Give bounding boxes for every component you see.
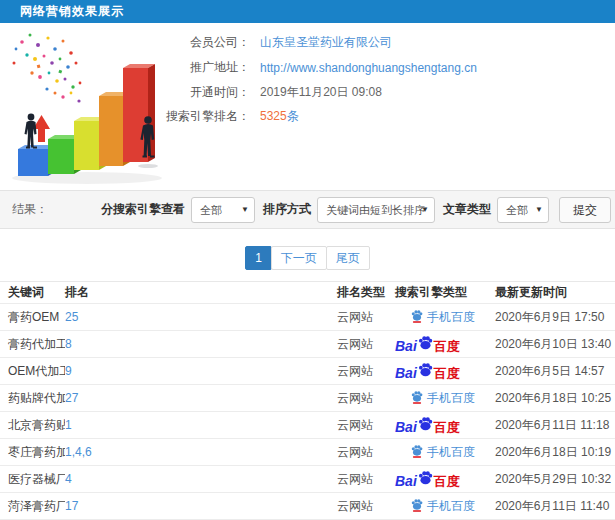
engine-cell: 手机百度 [395, 309, 495, 326]
mobile-baidu-badge[interactable]: 手机百度 [411, 444, 475, 461]
open-time-label: 开通时间： [158, 84, 250, 101]
ranking-count-value[interactable]: 5325条 [260, 108, 299, 125]
updated-cell: 2020年6月9日 17:50 [495, 309, 615, 326]
company-link[interactable]: 山东皇圣堂药业有限公司 [260, 34, 392, 51]
ranking-count-number: 5325 [260, 109, 287, 123]
keyword-cell: 菏泽膏药厂家 [0, 498, 65, 515]
info-row-ranking-count: 搜索引擎排名： 5325条 [158, 108, 598, 125]
businessman-left [24, 114, 37, 149]
ranking-count-label: 搜索引擎排名： [158, 108, 250, 125]
keyword-cell: OEM代加工 [0, 363, 65, 380]
chevron-down-icon: ▼ [535, 198, 543, 222]
confetti [13, 34, 82, 103]
table-row: 菏泽膏药厂家 17 云网站 手机百度 2020年6月11日 11:40 [0, 493, 615, 520]
keyword-cell: 膏药代加工 [0, 336, 65, 353]
engine-cell: Bai百度 [395, 362, 495, 380]
baidu-logo[interactable]: Bai百度 [395, 470, 460, 488]
updated-cell: 2020年5月29日 10:32 [495, 471, 615, 488]
updated-cell: 2020年6月11日 11:18 [495, 417, 615, 434]
rank-link[interactable]: 25 [65, 310, 78, 324]
growth-chart-illustration [2, 28, 167, 188]
engine-cell: 手机百度 [395, 498, 495, 515]
submit-button[interactable]: 提交 [559, 197, 611, 223]
col-header-updated: 最新更新时间 [495, 284, 615, 301]
rank-link[interactable]: 8 [65, 337, 72, 351]
mobile-baidu-paw-icon [411, 309, 423, 326]
page-title: 网络营销效果展示 [0, 0, 615, 23]
rank-link[interactable]: 1 [65, 418, 72, 432]
baidu-logo[interactable]: Bai百度 [395, 362, 460, 380]
baidu-paw-icon [417, 416, 433, 434]
col-header-keyword: 关键词 [0, 284, 65, 301]
keyword-cell: 枣庄膏药加工 [0, 444, 65, 461]
last-page-button[interactable]: 尾页 [326, 246, 370, 270]
table-row: OEM代加工 9 云网站 Bai百度 2020年6月5日 14:57 [0, 358, 615, 385]
keyword-cell: 药贴牌代加工 [0, 390, 65, 407]
baidu-paw-icon [417, 362, 433, 380]
table-row: 枣庄膏药加工 1,4,6 云网站 手机百度 2020年6月18日 10:19 [0, 439, 615, 466]
next-page-button[interactable]: 下一页 [271, 246, 327, 270]
mobile-baidu-badge[interactable]: 手机百度 [411, 309, 475, 326]
page-button-current[interactable]: 1 [245, 246, 272, 270]
updated-cell: 2020年6月10日 13:40 [495, 336, 615, 353]
keyword-cell: 北京膏药贴牌 [0, 417, 65, 434]
keyword-cell: 医疗器械厂家 [0, 471, 65, 488]
rank-type-cell: 云网站 [337, 498, 395, 515]
table-header-row: 关键词 排名 排名类型 搜索引擎类型 最新更新时间 [0, 282, 615, 304]
chevron-down-icon: ▼ [421, 198, 429, 222]
engine-cell: Bai百度 [395, 416, 495, 434]
info-row-url: 推广地址： http://www.shandonghuangshengtang.… [158, 59, 598, 76]
engine-filter-select[interactable]: 全部 ▼ [191, 197, 255, 223]
result-label: 结果： [12, 201, 48, 218]
sort-filter-select[interactable]: 关键词由短到长排序 ▼ [317, 197, 435, 223]
results-table: 关键词 排名 排名类型 搜索引擎类型 最新更新时间 膏药OEM 25 云网站 手… [0, 281, 615, 520]
rank-type-cell: 云网站 [337, 444, 395, 461]
table-row: 北京膏药贴牌 1 云网站 Bai百度 2020年6月11日 11:18 [0, 412, 615, 439]
baidu-paw-icon [417, 470, 433, 488]
mobile-baidu-badge[interactable]: 手机百度 [411, 498, 475, 515]
engine-cell: Bai百度 [395, 470, 495, 488]
rank-type-cell: 云网站 [337, 417, 395, 434]
rank-type-cell: 云网站 [337, 363, 395, 380]
rank-link[interactable]: 1,4,6 [65, 445, 92, 459]
keyword-cell: 膏药OEM [0, 309, 65, 326]
engine-cell: 手机百度 [395, 390, 495, 407]
rank-link[interactable]: 27 [65, 391, 78, 405]
engine-cell: Bai百度 [395, 335, 495, 353]
open-time-value: 2019年11月20日 09:08 [260, 84, 382, 101]
engine-cell: 手机百度 [395, 444, 495, 461]
updated-cell: 2020年6月11日 11:40 [495, 498, 615, 515]
rank-type-cell: 云网站 [337, 390, 395, 407]
rank-link[interactable]: 9 [65, 364, 72, 378]
mobile-baidu-badge[interactable]: 手机百度 [411, 390, 475, 407]
rank-type-cell: 云网站 [337, 309, 395, 326]
table-row: 膏药代加工 8 云网站 Bai百度 2020年6月10日 13:40 [0, 331, 615, 358]
col-header-engine-type: 搜索引擎类型 [395, 284, 495, 301]
rank-link[interactable]: 4 [65, 472, 72, 486]
baidu-paw-icon [417, 335, 433, 353]
rank-link[interactable]: 17 [65, 499, 78, 513]
updated-cell: 2020年6月18日 10:25 [495, 390, 615, 407]
mobile-baidu-paw-icon [411, 390, 423, 407]
updated-cell: 2020年6月5日 14:57 [495, 363, 615, 380]
baidu-logo[interactable]: Bai百度 [395, 416, 460, 434]
col-header-rank-type: 排名类型 [337, 284, 395, 301]
chevron-down-icon: ▼ [241, 198, 249, 222]
article-type-select[interactable]: 全部 ▼ [497, 197, 549, 223]
marketing-report-page: 网络营销效果展示 [0, 0, 615, 520]
table-row: 膏药OEM 25 云网站 手机百度 2020年6月9日 17:50 [0, 304, 615, 331]
table-row: 医疗器械厂家 4 云网站 Bai百度 2020年5月29日 10:32 [0, 466, 615, 493]
ranking-count-unit: 条 [287, 109, 299, 123]
promo-url-label: 推广地址： [158, 59, 250, 76]
rank-type-cell: 云网站 [337, 336, 395, 353]
baidu-logo[interactable]: Bai百度 [395, 335, 460, 353]
pagination: 1 下一页 尾页 [0, 246, 615, 270]
col-header-rank: 排名 [65, 284, 337, 301]
table-body: 膏药OEM 25 云网站 手机百度 2020年6月9日 17:50 膏药代加工 … [0, 304, 615, 520]
promo-url-link[interactable]: http://www.shandonghuangshengtang.cn [260, 61, 477, 75]
rank-type-cell: 云网站 [337, 471, 395, 488]
engine-filter-label: 分搜索引擎查看 [101, 201, 185, 218]
info-row-company: 会员公司： 山东皇圣堂药业有限公司 [158, 34, 598, 51]
sort-filter-label: 排序方式 [263, 201, 311, 218]
mobile-baidu-paw-icon [411, 498, 423, 515]
